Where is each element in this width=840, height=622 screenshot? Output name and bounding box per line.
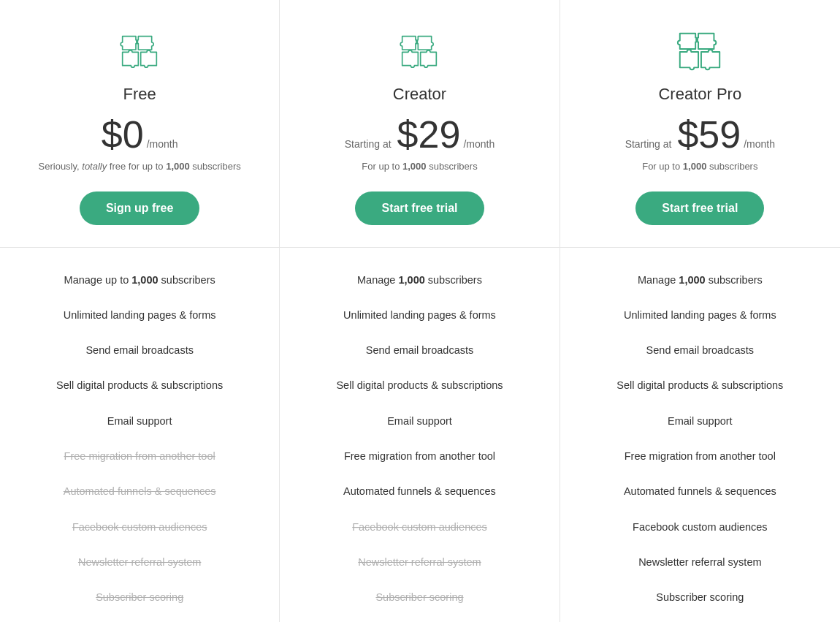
feature-item: Sell digital products & subscriptions bbox=[560, 368, 840, 403]
free-cta-button[interactable]: Sign up free bbox=[80, 191, 199, 225]
plan-features-free: Manage up to 1,000 subscribersUnlimited … bbox=[0, 248, 279, 623]
plan-header-free: Free$0/monthSeriously, totally free for … bbox=[0, 0, 279, 248]
price-starting-label: Starting at bbox=[625, 138, 672, 150]
price-period: /month bbox=[147, 138, 178, 150]
price-starting-label: Starting at bbox=[345, 138, 392, 150]
plan-name-creator: Creator bbox=[302, 85, 537, 104]
plan-name-creator-pro: Creator Pro bbox=[582, 85, 818, 104]
feature-item: Manage 1,000 subscribers bbox=[560, 262, 840, 297]
feature-item: Subscriber scoring bbox=[0, 580, 279, 615]
feature-item: Unlimited landing pages & forms bbox=[0, 297, 279, 333]
feature-item: Free migration from another tool bbox=[0, 439, 279, 474]
price-period: /month bbox=[463, 138, 495, 150]
plan-price-free: $0/month bbox=[22, 115, 257, 153]
price-subtitle: For up to 1,000 subscribers bbox=[302, 159, 537, 174]
feature-item: Facebook custom audiences bbox=[280, 509, 559, 545]
plan-header-creator: CreatorStarting at$29/monthFor up to 1,0… bbox=[280, 0, 559, 248]
price-amount: $29 bbox=[397, 115, 461, 153]
plan-features-creator-pro: Manage 1,000 subscribersUnlimited landin… bbox=[560, 248, 840, 623]
plan-name-free: Free bbox=[22, 85, 257, 104]
plan-header-creator-pro: Creator ProStarting at$59/monthFor up to… bbox=[560, 0, 840, 248]
feature-item: Email support bbox=[280, 403, 559, 439]
feature-item: Email support bbox=[0, 403, 279, 439]
feature-item: Automated funnels & sequences bbox=[280, 474, 559, 509]
price-amount: $59 bbox=[677, 115, 741, 153]
feature-item: Newsletter referral system bbox=[280, 545, 559, 580]
price-amount: $0 bbox=[102, 115, 144, 153]
creator-pro-cta-button[interactable]: Start free trial bbox=[635, 191, 764, 225]
puzzle-icon-creator-pro bbox=[674, 29, 725, 73]
feature-item: Automated funnels & sequences bbox=[0, 474, 279, 509]
plan-price-creator-pro: Starting at$59/month bbox=[582, 115, 818, 153]
feature-item: Send email broadcasts bbox=[0, 333, 279, 368]
feature-item: Newsletter referral system bbox=[560, 545, 840, 580]
feature-item: Subscriber scoring bbox=[560, 580, 840, 615]
price-subtitle: Seriously, totally free for up to 1,000 … bbox=[22, 159, 257, 174]
puzzle-icon-free bbox=[114, 29, 165, 73]
feature-item: Automated funnels & sequences bbox=[560, 474, 840, 509]
feature-item: Free migration from another tool bbox=[280, 439, 559, 474]
feature-item: Manage 1,000 subscribers bbox=[280, 262, 559, 297]
feature-item: Subscriber scoring bbox=[280, 580, 559, 615]
plan-price-creator: Starting at$29/month bbox=[302, 115, 537, 153]
price-subtitle: For up to 1,000 subscribers bbox=[582, 159, 818, 174]
feature-item: Manage up to 1,000 subscribers bbox=[0, 262, 279, 297]
feature-item: Newsletter referral system bbox=[0, 545, 279, 580]
plan-col-creator-pro: Creator ProStarting at$59/monthFor up to… bbox=[560, 0, 840, 622]
feature-item: Sell digital products & subscriptions bbox=[280, 368, 559, 403]
puzzle-icon-creator bbox=[394, 29, 445, 73]
price-period: /month bbox=[744, 138, 775, 150]
plan-col-free: Free$0/monthSeriously, totally free for … bbox=[0, 0, 280, 622]
pricing-grid: Free$0/monthSeriously, totally free for … bbox=[0, 0, 840, 622]
feature-item: Email support bbox=[560, 403, 840, 439]
feature-item: Facebook custom audiences bbox=[0, 509, 279, 545]
feature-item: Free migration from another tool bbox=[560, 439, 840, 474]
plan-features-creator: Manage 1,000 subscribersUnlimited landin… bbox=[280, 248, 559, 623]
feature-item: Facebook custom audiences bbox=[560, 509, 840, 545]
plan-col-creator: CreatorStarting at$29/monthFor up to 1,0… bbox=[280, 0, 560, 622]
feature-item: Send email broadcasts bbox=[280, 333, 559, 368]
feature-item: Unlimited landing pages & forms bbox=[280, 297, 559, 333]
feature-item: Sell digital products & subscriptions bbox=[0, 368, 279, 403]
creator-cta-button[interactable]: Start free trial bbox=[355, 191, 484, 225]
feature-item: Send email broadcasts bbox=[560, 333, 840, 368]
feature-item: Unlimited landing pages & forms bbox=[560, 297, 840, 333]
